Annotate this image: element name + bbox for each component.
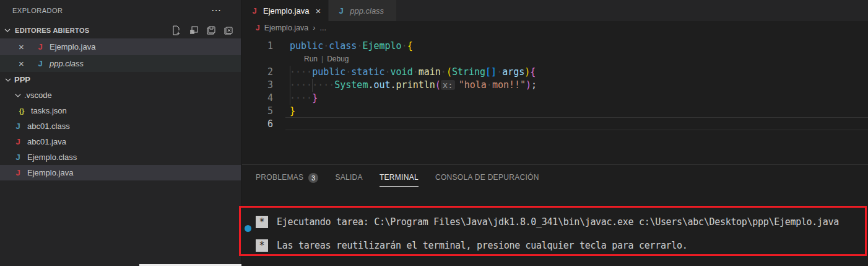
- open-editor-item-ppp-class[interactable]: ×Jppp.class: [0, 55, 241, 72]
- code-token: void: [391, 66, 413, 78]
- more-actions-icon[interactable]: ⋯: [211, 7, 221, 14]
- explorer-header: EXPLORADOR ⋯: [0, 0, 241, 17]
- code-token: (: [446, 66, 452, 78]
- breadcrumb-file[interactable]: Ejemplo.java: [264, 24, 309, 32]
- tree-item-ejemplo-class[interactable]: JEjemplo.class: [0, 149, 241, 165]
- code-token: ;: [531, 79, 537, 91]
- open-editors-list: ×JEjemplo.java×Jppp.class: [0, 38, 241, 72]
- run-codelens[interactable]: Run: [304, 55, 318, 63]
- tree-item-label: Ejemplo.class: [27, 153, 77, 162]
- editor-tab-ppp-class[interactable]: Jppp.class: [329, 0, 397, 21]
- file-tree: PPP.vscode{}tasks.jsonJabc01.classJabc01…: [0, 72, 241, 180]
- close-editor-icon[interactable]: ×: [19, 42, 27, 52]
- java-source-icon: J: [35, 42, 45, 51]
- tree-item-label: Ejemplo.java: [27, 168, 73, 177]
- tree-item-ppp[interactable]: PPP: [0, 72, 241, 87]
- debug-codelens[interactable]: Debug: [327, 55, 349, 63]
- tree-item-ejemplo-java[interactable]: JEjemplo.java: [0, 165, 241, 180]
- code-token: {: [530, 66, 536, 78]
- panel-tab-label: PROBLEMAS: [256, 173, 303, 187]
- code-token: ·: [402, 40, 407, 51]
- code-line-6[interactable]: 6: [242, 118, 868, 131]
- tree-item-abc01-java[interactable]: Jabc01.java: [0, 134, 241, 149]
- tree-item-label: abc01.java: [27, 137, 66, 146]
- tree-item-vscode[interactable]: .vscode: [0, 87, 241, 103]
- code-token: ·: [385, 66, 391, 78]
- code-text: ········System.out.println(x:"hola·mon!!…: [290, 79, 537, 92]
- code-token: main: [419, 66, 441, 78]
- code-text: ····public·static·void·main·(String[]·ar…: [290, 66, 536, 79]
- java-source-icon: J: [250, 6, 259, 16]
- panel-tab-consola-de-depuraci-n[interactable]: CONSOLA DE DEPURACIÓN: [435, 173, 539, 187]
- code-token: Ejemplo: [362, 40, 401, 51]
- code-line-3[interactable]: 3········System.out.println(x:"hola·mon!…: [242, 79, 868, 92]
- explorer-sidebar: EXPLORADOR ⋯ EDITORES ABIERTOS ×JEjemplo…: [0, 0, 241, 266]
- code-text: }: [290, 105, 295, 118]
- java-source-icon: J: [13, 137, 23, 146]
- code-token: public: [312, 66, 345, 78]
- close-all-editors-icon[interactable]: [224, 25, 233, 35]
- java-source-icon: J: [13, 168, 23, 177]
- new-file-icon[interactable]: [171, 25, 181, 35]
- code-token: ····: [290, 66, 312, 78]
- code-token: System: [334, 79, 368, 91]
- save-all-icon[interactable]: [206, 25, 216, 35]
- open-editors-section-label: EDITORES ABIERTOS: [15, 27, 89, 34]
- java-class-icon: J: [35, 59, 45, 68]
- panel-tab-problemas[interactable]: PROBLEMAS3: [256, 173, 318, 187]
- close-tab-icon[interactable]: ×: [315, 6, 321, 16]
- file-label: Ejemplo.java: [50, 42, 95, 51]
- vscode-window: EXPLORADOR ⋯ EDITORES ABIERTOS ×JEjemplo…: [0, 0, 868, 266]
- java-class-icon: J: [13, 122, 23, 131]
- code-token: ····: [312, 79, 334, 91]
- code-line-4[interactable]: 4····}: [242, 92, 868, 105]
- code-line-1[interactable]: 1public·class·Ejemplo·{: [242, 40, 868, 53]
- code-line-2[interactable]: 2····public·static·void·main·(String[]·a…: [242, 66, 868, 79]
- panel-tab-salida[interactable]: SALIDA: [335, 173, 363, 187]
- split-editor-icon[interactable]: [189, 25, 199, 35]
- terminal-text: Ejecutando tarea: C:\Program Files\Java\…: [277, 216, 839, 228]
- breadcrumb-more[interactable]: ...: [319, 24, 326, 32]
- terminal-highlight-box: *Ejecutando tarea: C:\Program Files\Java…: [239, 206, 867, 256]
- code-editor[interactable]: 1public·class·Ejemplo·{Run|Debug2····pub…: [242, 35, 868, 164]
- editor-tab-ejemplo-java[interactable]: JEjemplo.java×: [242, 0, 329, 21]
- chevron-down-icon: [3, 75, 14, 85]
- code-token: ····: [290, 92, 312, 104]
- tab-label: Ejemplo.java: [263, 6, 309, 16]
- code-token: ): [526, 79, 531, 91]
- command-decoration-dot[interactable]: [245, 225, 251, 232]
- java-class-icon: J: [336, 6, 346, 16]
- line-number: 6: [242, 118, 273, 131]
- panel-tab-terminal[interactable]: TERMINAL: [380, 173, 419, 187]
- explorer-title: EXPLORADOR: [12, 7, 63, 14]
- code-line-5[interactable]: 5}: [242, 105, 868, 118]
- task-marker: *: [256, 216, 268, 228]
- inlay-hint: x:: [441, 80, 455, 90]
- terminal-line: *Las tareas reutilizarán el terminal, pr…: [241, 239, 865, 252]
- code-token: println: [396, 79, 435, 91]
- editor-tabbar: JEjemplo.java×Jppp.class: [242, 0, 868, 21]
- terminal-text: Las tareas reutilizarán el terminal, pre…: [277, 240, 688, 251]
- code-token: }: [290, 105, 295, 117]
- breadcrumb[interactable]: J Ejemplo.java › ...: [242, 21, 868, 35]
- tree-item-label: PPP: [14, 75, 30, 84]
- file-label: ppp.class: [50, 59, 84, 68]
- tree-item-tasks-json[interactable]: {}tasks.json: [0, 103, 241, 118]
- code-token: .: [391, 79, 396, 91]
- code-token: static: [351, 66, 384, 78]
- terminal-line: *Ejecutando tarea: C:\Program Files\Java…: [241, 215, 865, 229]
- open-editor-item-ejemplo-java[interactable]: ×JEjemplo.java: [0, 38, 241, 55]
- editor-group: JEjemplo.java×Jppp.class J Ejemplo.java …: [242, 0, 868, 266]
- terminal-output[interactable]: *Ejecutando tarea: C:\Program Files\Java…: [241, 215, 865, 252]
- open-editors-section-header[interactable]: EDITORES ABIERTOS: [0, 22, 241, 38]
- tree-item-abc01-class[interactable]: Jabc01.class: [0, 118, 241, 134]
- line-number: 2: [242, 66, 273, 79]
- tree-item-label: tasks.json: [31, 106, 67, 115]
- code-token: ·: [497, 66, 502, 78]
- code-token: ·: [441, 66, 446, 78]
- code-token: {: [407, 40, 413, 51]
- panel-tab-label: SALIDA: [335, 173, 363, 187]
- close-editor-icon[interactable]: ×: [19, 58, 27, 69]
- section-actions: [171, 25, 241, 35]
- tree-item-label: .vscode: [24, 91, 52, 100]
